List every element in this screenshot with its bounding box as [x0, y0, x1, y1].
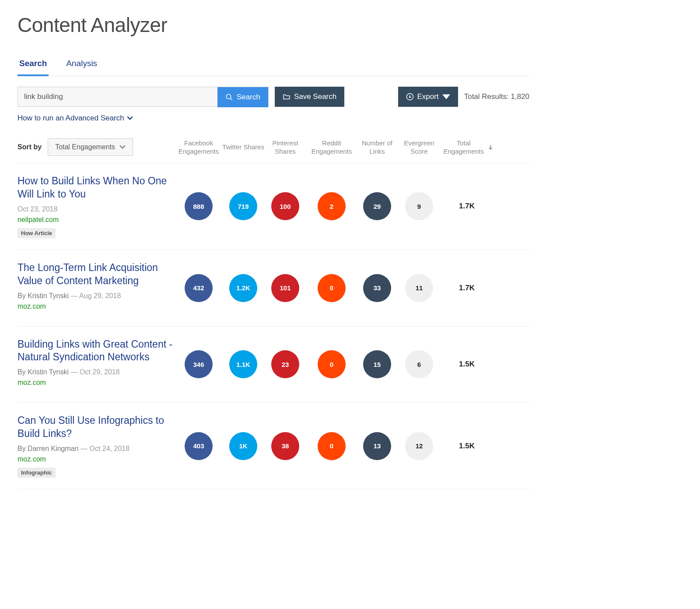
links-bubble: 15	[363, 350, 391, 378]
tab-search[interactable]: Search	[18, 54, 49, 76]
sort-select[interactable]: Total Engagements	[48, 138, 133, 156]
export-label: Export	[417, 92, 439, 101]
tab-analysis[interactable]: Analysis	[64, 54, 99, 76]
col-evergreen[interactable]: Evergreen Score	[397, 139, 441, 156]
result-domain[interactable]: moz.com	[18, 303, 175, 310]
result-domain[interactable]: moz.com	[18, 379, 175, 387]
evergreen-bubble: 12	[405, 432, 433, 460]
result-meta: Oct 23, 2018	[18, 205, 175, 213]
facebook-bubble: 888	[185, 192, 213, 220]
content-type-tag: Infographic	[18, 468, 56, 478]
links-bubble: 29	[363, 192, 391, 220]
twitter-bubble: 719	[229, 192, 257, 220]
reddit-bubble: 0	[318, 350, 346, 378]
search-icon	[225, 93, 233, 101]
col-pinterest[interactable]: Pinterest Shares	[264, 139, 306, 156]
total-engagements: 1.5K	[441, 360, 493, 369]
download-icon	[406, 93, 414, 101]
reddit-bubble: 0	[318, 432, 346, 460]
result-row: Can You Still Use Infographics to Build …	[18, 403, 529, 489]
evergreen-bubble: 6	[405, 350, 433, 378]
result-title[interactable]: Building Links with Great Content - Natu…	[18, 338, 175, 364]
links-bubble: 13	[363, 432, 391, 460]
links-bubble: 33	[363, 274, 391, 302]
facebook-bubble: 346	[185, 350, 213, 378]
svg-point-0	[226, 94, 231, 99]
facebook-bubble: 403	[185, 432, 213, 460]
twitter-bubble: 1K	[229, 432, 257, 460]
result-meta: By Kristin Tynski — Aug 29, 2018	[18, 292, 175, 300]
col-reddit[interactable]: Reddit Engagements	[306, 139, 357, 156]
twitter-bubble: 1.1K	[229, 350, 257, 378]
pinterest-bubble: 23	[271, 350, 299, 378]
reddit-bubble: 0	[318, 274, 346, 302]
sort-by-label: Sort by	[18, 143, 42, 151]
col-total[interactable]: Total Engagements	[441, 139, 493, 156]
chevron-down-icon	[127, 115, 133, 121]
evergreen-bubble: 9	[405, 192, 433, 220]
result-row: The Long-Term Link Acquisition Value of …	[18, 250, 529, 327]
search-input-wrap: Search	[18, 87, 269, 107]
col-facebook[interactable]: Facebook Engagements	[175, 139, 222, 156]
twitter-bubble: 1.2K	[229, 274, 257, 302]
total-engagements: 1.7K	[441, 284, 493, 292]
facebook-bubble: 432	[185, 274, 213, 302]
total-engagements: 1.7K	[441, 202, 493, 211]
result-title[interactable]: Can You Still Use Infographics to Build …	[18, 414, 175, 440]
result-row: How to Build Links When No One Will Link…	[18, 163, 529, 250]
result-row: Building Links with Great Content - Natu…	[18, 327, 529, 403]
total-results: Total Results: 1,820	[464, 92, 529, 101]
sort-desc-icon	[488, 144, 493, 150]
search-button[interactable]: Search	[217, 87, 268, 107]
advanced-search-link[interactable]: How to run an Advanced Search	[18, 114, 133, 123]
search-button-label: Search	[237, 93, 260, 102]
result-meta: By Kristin Tynski — Oct 29, 2018	[18, 368, 175, 376]
tabs: Search Analysis	[18, 54, 529, 76]
content-type-tag: How Article	[18, 228, 56, 238]
save-search-button[interactable]: Save Search	[275, 87, 344, 107]
pinterest-bubble: 100	[271, 192, 299, 220]
result-domain[interactable]: neilpatel.com	[18, 216, 175, 224]
col-twitter[interactable]: Twitter Shares	[222, 143, 264, 151]
reddit-bubble: 2	[318, 192, 346, 220]
result-title[interactable]: How to Build Links When No One Will Link…	[18, 175, 175, 201]
export-button[interactable]: Export	[398, 87, 458, 107]
save-search-label: Save Search	[294, 92, 336, 101]
result-domain[interactable]: moz.com	[18, 455, 175, 463]
total-engagements: 1.5K	[441, 442, 493, 451]
pinterest-bubble: 38	[271, 432, 299, 460]
chevron-down-icon	[119, 144, 126, 150]
evergreen-bubble: 11	[405, 274, 433, 302]
result-meta: By Darren Kingman — Oct 24, 2018	[18, 445, 175, 453]
page-title: Content Analyzer	[18, 13, 529, 37]
pinterest-bubble: 101	[271, 274, 299, 302]
search-input[interactable]	[18, 87, 217, 106]
result-title[interactable]: The Long-Term Link Acquisition Value of …	[18, 261, 175, 288]
caret-down-icon	[442, 93, 450, 101]
folder-icon	[283, 93, 290, 101]
col-links[interactable]: Number of Links	[357, 139, 397, 156]
svg-line-1	[230, 98, 232, 100]
